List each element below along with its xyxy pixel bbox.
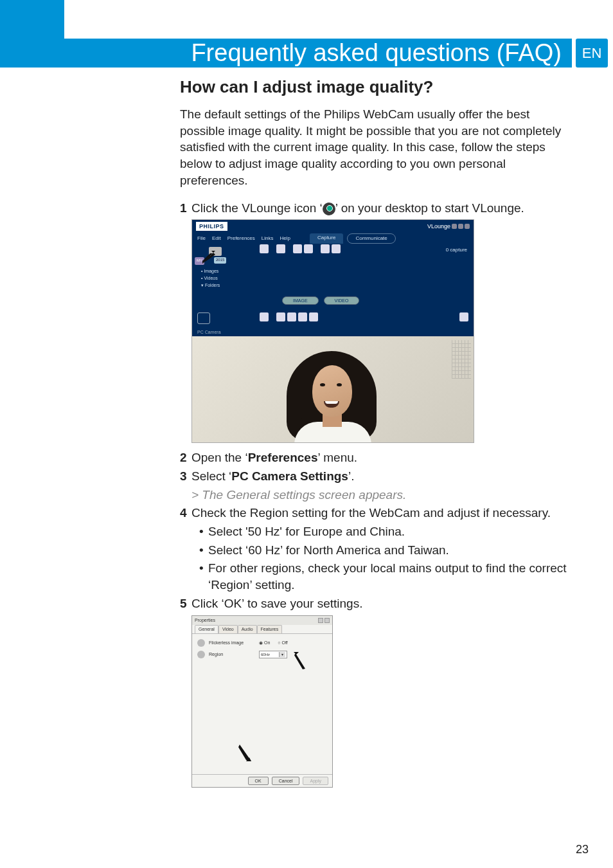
step-number: 1 (180, 200, 191, 217)
row-flickerless: Flickerless image On Off (197, 639, 327, 647)
toolbar-icon (287, 312, 296, 321)
step-3: 3 Select ‘PC Camera Settings’. (180, 468, 572, 485)
dropdown-icon: ▾ (279, 652, 285, 657)
sidebar-item-folders: ▾ Folders (201, 282, 220, 289)
toolbar-icons (260, 244, 341, 253)
vlounge-label: VLounge (427, 222, 450, 230)
sidebar-items: • Images • Videos ▾ Folders (201, 267, 220, 289)
step-4: 4 Check the Region setting for the WebCa… (180, 505, 572, 521)
toolbar-icon (260, 244, 269, 253)
step-text: Open the ‘Preferences’ menu. (191, 449, 572, 466)
step-2: 2 Open the ‘Preferences’ menu. (180, 449, 572, 466)
step-1-pre: Click the VLounge icon ‘ (191, 201, 323, 215)
region-label: Region (209, 651, 255, 657)
svg-marker-1 (202, 253, 213, 264)
menu-file: File (197, 235, 206, 242)
tab-capture: Capture (310, 233, 343, 244)
camera-preview (192, 336, 474, 442)
lozenge-image: IMAGE (282, 296, 319, 305)
svg-marker-3 (294, 653, 305, 669)
properties-buttons: OK Cancel Apply (192, 774, 332, 787)
radio-on: On (259, 640, 270, 646)
mode-lozenges: IMAGE VIDEO (282, 296, 359, 305)
sidebar-item-videos: • Videos (201, 275, 220, 282)
page-content: How can I adjust image quality? The defa… (180, 76, 572, 788)
sidebar-item-images: • Images (201, 267, 220, 275)
step-2-pre: Open the ‘ (191, 451, 248, 464)
callout-arrow-icon (238, 743, 251, 761)
bullet-text: Select '50 Hz' for Europe and China. (208, 523, 405, 540)
language-code: EN (582, 45, 602, 62)
step-text: Click the VLounge icon ‘’ on your deskto… (191, 200, 572, 217)
capture-count: 0 capture (446, 247, 467, 254)
window-control-icons (318, 618, 330, 623)
section-heading: How can I adjust image quality? (180, 76, 572, 98)
cancel-button: Cancel (272, 777, 300, 785)
tab-video: Video (218, 625, 238, 633)
vlounge-icon (323, 203, 335, 215)
step-number: 2 (180, 449, 191, 466)
toolbar-icon (298, 312, 307, 321)
step-text: Select ‘PC Camera Settings’. (191, 468, 572, 485)
step-4-bullet-2: Select ‘60 Hz’ for North America and Tai… (199, 542, 572, 559)
menu-preferences: Preferences (227, 235, 255, 242)
flicker-icon (197, 639, 205, 647)
toolbar-icon (309, 312, 318, 321)
vlounge-sidebar: MY 2015 • Images • Videos ▾ Folders (197, 247, 242, 292)
tab-features: Features (257, 625, 283, 633)
bullet-text: For other regions, check your local main… (208, 560, 572, 593)
preview-person (262, 339, 404, 442)
step-text: Check the Region setting for the WebCam … (191, 505, 572, 521)
step-3-bold: PC Camera Settings (231, 469, 348, 483)
vlounge-upper-panel: MY 2015 • Images • Videos ▾ Folders (192, 244, 474, 294)
page-number: 23 (576, 843, 589, 856)
chapter-title: Frequently asked questions (FAQ) (191, 39, 562, 67)
step-1: 1 Click the VLounge icon ‘’ on your desk… (180, 200, 572, 217)
step-3-note: > The General settings screen appears. (191, 487, 572, 503)
vlounge-titlebar: PHILIPS VLounge (192, 220, 474, 233)
region-icon (197, 651, 205, 658)
step-5: 5 Click ‘OK’ to save your settings. (180, 595, 572, 612)
preview-grid-decoration (452, 340, 471, 379)
apply-button: Apply (303, 777, 328, 785)
menu-edit: Edit (212, 235, 221, 242)
properties-tabs: General Video Audio Features (192, 625, 332, 634)
svg-marker-2 (294, 652, 299, 655)
step-number: 4 (180, 505, 191, 521)
properties-title: Properties (195, 617, 215, 623)
menu-help: Help (280, 235, 290, 242)
vlounge-lower-toolbar (192, 309, 474, 328)
flicker-radios: On Off (259, 640, 288, 646)
properties-titlebar: Properties (192, 616, 332, 625)
step-text: Click ‘OK’ to save your settings. (191, 595, 572, 612)
preview-toolbar-icons (260, 312, 318, 321)
step-1-post: ’ on your desktop to start VLounge. (335, 201, 524, 215)
toolbar-icon (304, 244, 313, 253)
step-4-bullet-3: For other regions, check your local main… (199, 560, 572, 593)
pc-camera-label: PC Camera (192, 328, 474, 336)
menu-links: Links (262, 235, 274, 242)
toolbar-icon (276, 312, 285, 321)
chapter-header-bar: Frequently asked questions (FAQ) (64, 39, 572, 68)
ok-button: OK (248, 777, 269, 785)
eject-icon (459, 312, 468, 321)
radio-off: Off (278, 640, 287, 646)
tab-general: General (195, 625, 218, 633)
step-number: 3 (180, 468, 191, 485)
step-3-pre: Select ‘ (191, 469, 231, 483)
region-select: 60Hz ▾ (259, 651, 287, 658)
tab-audio: Audio (238, 625, 257, 633)
callout-arrow-icon (294, 652, 306, 670)
tab-communicate: Communicate (347, 233, 395, 244)
camera-icon (197, 312, 210, 324)
intro-paragraph: The default settings of the Philips WebC… (180, 106, 572, 188)
vlounge-mid-bar: IMAGE VIDEO (192, 294, 474, 309)
toolbar-icon (260, 312, 269, 321)
philips-logo: PHILIPS (196, 222, 227, 231)
bullet-text: Select ‘60 Hz’ for North America and Tai… (208, 542, 449, 559)
language-badge: EN (576, 39, 608, 68)
toolbar-icon (276, 244, 285, 253)
window-controls (452, 224, 470, 229)
vlounge-menubar: File Edit Preferences Links Help Capture… (192, 233, 474, 244)
vlounge-title: VLounge (427, 222, 470, 230)
